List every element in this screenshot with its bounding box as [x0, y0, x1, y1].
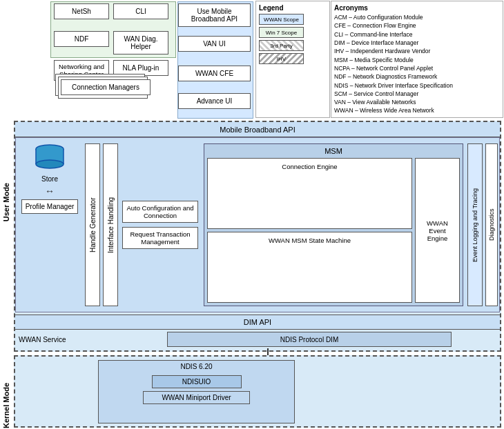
- inner-content-area: Store ↔ Profile Manager Handle Generator…: [15, 137, 500, 312]
- legend-ihv: IHV: [259, 53, 327, 64]
- acronyms-list: ACM – Auto Configuration Module CFE – Co…: [334, 13, 500, 115]
- interface-handling-box: Interface Handling: [103, 143, 118, 306]
- msm-section: MSM Connection Engine WWAN MSM State Mac…: [204, 143, 463, 306]
- cli-line: CLI – Command-line Interface: [334, 30, 500, 39]
- ncpa-line: NCPA – Network Control Panel Applet: [334, 64, 500, 72]
- legend-wwan: WWAN Scope: [259, 14, 327, 25]
- cli-box: CLI: [113, 3, 168, 19]
- msm-inner: Connection Engine WWAN MSM State Machine…: [207, 158, 460, 303]
- kernel-mode-label: Kernel Mode: [2, 383, 10, 428]
- connection-engine-box: Connection Engine: [207, 158, 412, 229]
- legend-wwan-box: WWAN Scope: [259, 14, 304, 25]
- kernel-mode-section: NDIS 6.20 NDISUIO WWAN Miniport Driver: [14, 355, 501, 428]
- connection-managers-box: Connection Managers: [61, 79, 151, 95]
- van-ui-box: VAN UI: [178, 36, 251, 52]
- auto-config-col: Auto Configuration and Connection Reques…: [119, 138, 201, 312]
- dim-line: DIM – Device Interface Manager: [334, 39, 500, 47]
- advance-ui-box: Advance UI: [178, 93, 251, 109]
- request-trans-box: Request Transaction Management: [122, 227, 198, 249]
- svg-point-2: [36, 160, 64, 168]
- acronyms-title: Acronyms: [334, 4, 500, 12]
- mba-bar: Mobile Broadband API: [15, 122, 500, 137]
- msm-line: MSM – Media Specific Module: [334, 56, 500, 64]
- van-line: VAN – View Available Networks: [334, 98, 500, 106]
- ndis-620-title: NDIS 6.20: [99, 361, 294, 372]
- legend-party: 3rd Party: [259, 40, 327, 51]
- ndf-box: NDF: [54, 31, 109, 47]
- legend-ihv-box: IHV: [259, 53, 304, 64]
- scm-line: SCM – Service Control Manager: [334, 90, 500, 98]
- ndisuio-box: NDISUIO: [152, 375, 242, 388]
- store-arrow: ↔: [45, 186, 55, 197]
- wwan-msm-state-box: WWAN MSM State Machine: [207, 232, 412, 303]
- ndf-line: NDF – Network Diagnostics Framework: [334, 72, 500, 81]
- wwan-service-label: WWAN Service: [19, 336, 66, 343]
- ndis-line: NDIS – Network Driver Interface Specific…: [334, 81, 500, 90]
- netsh-box: NetSh: [54, 3, 109, 19]
- connection-managers-stack: Connection Managers: [61, 79, 151, 95]
- legend-title: Legend: [259, 4, 327, 12]
- wwan-cfe-box: WWAN CFE: [178, 66, 251, 81]
- acronyms-section: Acronyms ACM – Auto Configuration Module…: [331, 1, 503, 118]
- msm-left-col: Connection Engine WWAN MSM State Machine: [207, 158, 412, 303]
- store-profile-col: Store ↔ Profile Manager: [16, 138, 84, 312]
- ndis-protocol-dim-box: NDIS Protocol DIM: [167, 332, 452, 347]
- msm-title: MSM: [207, 147, 460, 155]
- ihv-line: IHV – Independent Hardware Vendor: [334, 47, 500, 55]
- diagnostics-box: Diagnostics: [485, 143, 498, 306]
- cfe-line: CFE – Connection Flow Engine: [334, 21, 500, 30]
- auto-config-box: Auto Configuration and Connection: [122, 201, 198, 223]
- wwan-line: WWAN – Wireless Wide Area Network: [334, 106, 500, 114]
- legend-win7: Win 7 Scope: [259, 27, 327, 38]
- handle-generator-box: Handle Generator: [85, 143, 100, 306]
- ndis-inner-boxes: NDISUIO WWAN Miniport Driver: [99, 372, 294, 407]
- wan-diag-box: WAN Diag. Helper: [113, 31, 168, 54]
- ndis-620-section: NDIS 6.20 NDISUIO WWAN Miniport Driver: [98, 360, 295, 423]
- mobile-broadband-api-box: Use Mobile Broadband API: [178, 3, 251, 27]
- profile-manager-box: Profile Manager: [21, 199, 78, 214]
- store-label: Store: [41, 175, 58, 183]
- diagram-container: NetSh CLI NDF WAN Diag. Helper Networkin…: [0, 0, 504, 429]
- legend-section: Legend WWAN Scope Win 7 Scope 3rd Party …: [255, 1, 330, 118]
- legend-party-box: 3rd Party: [259, 40, 304, 51]
- legend-win7-box: Win 7 Scope: [259, 27, 304, 38]
- store-icon: [33, 143, 66, 171]
- dim-api-bar: DIM API: [15, 315, 500, 330]
- user-mode-section: Mobile Broadband API Store: [14, 121, 501, 352]
- wwan-event-engine-box: WWAN Event Engine: [415, 158, 460, 303]
- event-logging-box: Event Logging and Tracing: [467, 143, 483, 306]
- wwan-miniport-box: WWAN Miniport Driver: [143, 391, 250, 404]
- user-mode-label: User Mode: [2, 183, 10, 221]
- acm-line: ACM – Auto Configuration Module: [334, 13, 500, 21]
